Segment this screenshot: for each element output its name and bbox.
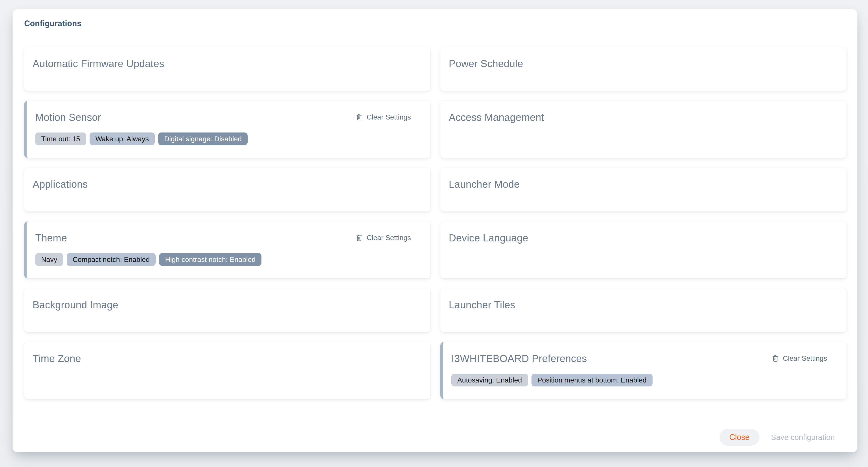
card-title: Power Schedule: [449, 58, 523, 69]
dialog-content: Configurations Automatic Firmware Update…: [12, 9, 858, 422]
setting-chip-high-contrast-notch-enabled: High contrast notch: Enabled: [159, 253, 261, 266]
close-button[interactable]: Close: [719, 429, 760, 446]
card-header: Motion Sensor Clear Settings: [35, 111, 422, 123]
card-header: Theme Clear Settings: [35, 232, 422, 244]
config-card-time-zone[interactable]: Time Zone: [24, 342, 430, 399]
card-header: Time Zone: [33, 352, 422, 365]
trash-icon: [355, 113, 363, 121]
clear-settings-button[interactable]: Clear Settings: [771, 354, 827, 362]
card-title: Launcher Tiles: [449, 299, 515, 311]
config-card-i3whiteboard-preferences[interactable]: I3WHITEBOARD Preferences Clear Settings …: [440, 342, 846, 399]
card-header: Applications: [33, 178, 422, 190]
config-card-automatic-firmware-updates[interactable]: Automatic Firmware Updates: [24, 47, 430, 91]
setting-chip-time-out-15: Time out: 15: [35, 132, 86, 145]
config-card-launcher-tiles[interactable]: Launcher Tiles: [440, 288, 846, 332]
setting-chip-digital-signage-disabled: Digital signage: Disabled: [158, 132, 248, 145]
setting-chip-position-menus-at-bottom-enabled: Position menus at bottom: Enabled: [531, 374, 653, 386]
setting-chip-wake-up-always: Wake up: Always: [90, 132, 155, 145]
clear-settings-button[interactable]: Clear Settings: [355, 113, 411, 121]
chip-row: NavyCompact notch: EnabledHigh contrast …: [35, 253, 422, 266]
card-title: Automatic Firmware Updates: [33, 58, 164, 69]
clear-settings-label: Clear Settings: [367, 113, 411, 121]
card-header: Device Language: [449, 232, 838, 244]
trash-icon: [771, 354, 779, 362]
card-header: I3WHITEBOARD Preferences Clear Settings: [452, 352, 838, 365]
card-header: Background Image: [33, 299, 422, 311]
setting-chip-autosaving-enabled: Autosaving: Enabled: [452, 374, 528, 386]
card-title: Launcher Mode: [449, 178, 520, 190]
clear-settings-label: Clear Settings: [367, 234, 411, 242]
card-title: Time Zone: [33, 352, 81, 365]
card-title: I3WHITEBOARD Preferences: [452, 352, 587, 365]
card-title: Background Image: [33, 299, 118, 311]
card-header: Power Schedule: [449, 58, 838, 69]
config-card-applications[interactable]: Applications: [24, 168, 430, 212]
config-card-device-language[interactable]: Device Language: [440, 221, 846, 278]
setting-chip-navy: Navy: [35, 253, 63, 266]
clear-settings-label: Clear Settings: [783, 354, 827, 362]
trash-icon: [355, 234, 363, 242]
card-header: Automatic Firmware Updates: [33, 58, 422, 69]
card-title: Device Language: [449, 232, 528, 244]
setting-chip-compact-notch-enabled: Compact notch: Enabled: [67, 253, 156, 266]
card-title: Applications: [33, 178, 88, 190]
footer-bar: Close Save configuration: [12, 422, 858, 452]
chip-row: Autosaving: EnabledPosition menus at bot…: [452, 374, 838, 386]
card-title: Access Management: [449, 111, 544, 123]
config-card-access-management[interactable]: Access Management: [440, 101, 846, 158]
card-header: Access Management: [449, 111, 838, 123]
config-card-power-schedule[interactable]: Power Schedule: [440, 47, 846, 91]
config-card-theme[interactable]: Theme Clear Settings NavyCompact notch: …: [24, 221, 430, 278]
page-title: Configurations: [24, 19, 846, 28]
card-title: Theme: [35, 232, 67, 244]
card-header: Launcher Tiles: [449, 299, 838, 311]
card-header: Launcher Mode: [449, 178, 838, 190]
configurations-dialog: Configurations Automatic Firmware Update…: [12, 9, 858, 452]
config-card-launcher-mode[interactable]: Launcher Mode: [440, 168, 846, 212]
chip-row: Time out: 15Wake up: AlwaysDigital signa…: [35, 132, 422, 145]
clear-settings-button[interactable]: Clear Settings: [355, 234, 411, 242]
config-card-background-image[interactable]: Background Image: [24, 288, 430, 332]
config-card-motion-sensor[interactable]: Motion Sensor Clear Settings Time out: 1…: [24, 101, 430, 158]
config-cards-grid: Automatic Firmware Updates Power Schedul…: [24, 47, 846, 399]
save-configuration-button[interactable]: Save configuration: [771, 433, 835, 442]
card-title: Motion Sensor: [35, 111, 101, 123]
